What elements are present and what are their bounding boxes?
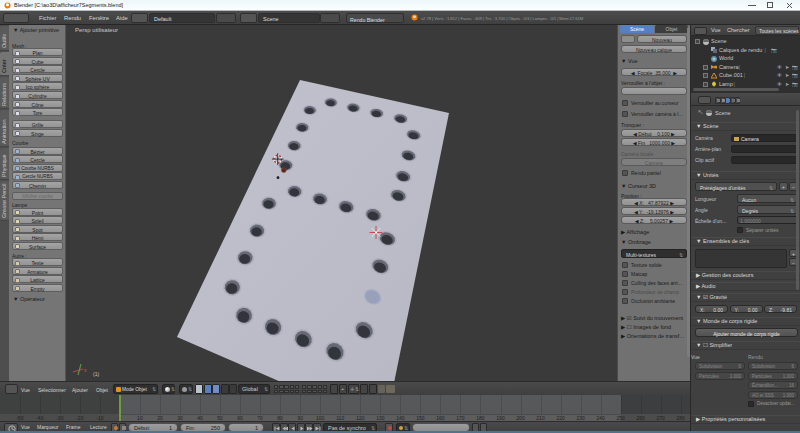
svg-text:x: x <box>84 367 87 373</box>
